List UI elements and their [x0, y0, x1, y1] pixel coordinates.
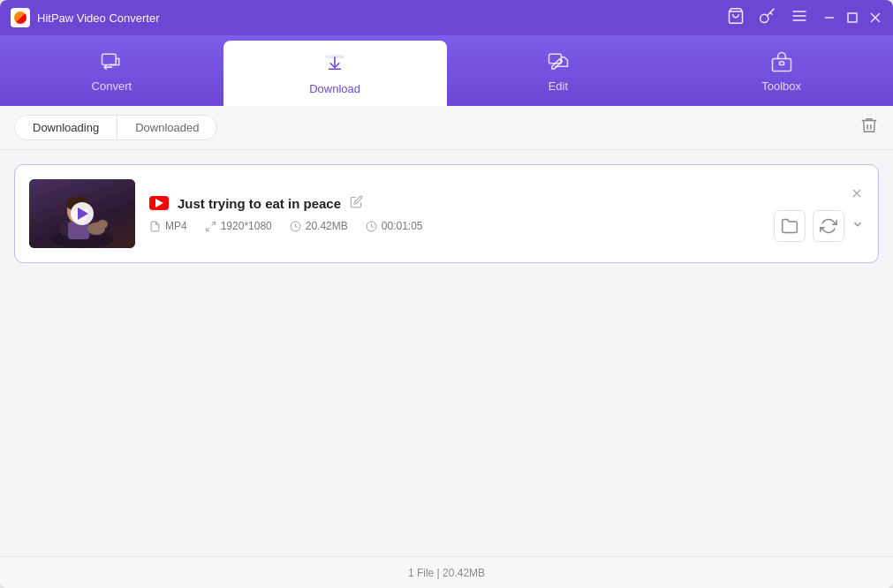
- app-logo: [11, 8, 30, 27]
- footer: 1 File | 20.42MB: [0, 556, 893, 588]
- convert-icon: [99, 49, 124, 74]
- filesize-icon: [290, 221, 301, 232]
- tab-toolbox[interactable]: Toolbox: [670, 35, 893, 106]
- file-icon: [149, 221, 161, 232]
- card-actions: [774, 186, 864, 242]
- app-logo-graphic: [14, 11, 26, 24]
- tab-download[interactable]: Download: [223, 41, 447, 106]
- play-triangle: [78, 207, 88, 220]
- youtube-play-icon: [155, 199, 163, 207]
- tab-toolbox-label: Toolbox: [761, 79, 801, 93]
- tab-convert-label: Convert: [92, 79, 132, 93]
- video-card: Just trying to eat in peace: [14, 164, 879, 263]
- play-button[interactable]: [71, 202, 94, 225]
- subtab-downloaded[interactable]: Downloaded: [117, 116, 216, 139]
- svg-rect-9: [102, 54, 117, 64]
- sub-tabs: Downloading Downloaded: [14, 115, 217, 140]
- tab-convert[interactable]: Convert: [0, 35, 223, 106]
- edit-icon: [546, 49, 571, 74]
- more-options-button[interactable]: [851, 218, 864, 233]
- maximize-button[interactable]: [845, 11, 859, 25]
- menu-icon[interactable]: [791, 7, 808, 28]
- subtab-downloading[interactable]: Downloading: [15, 116, 117, 139]
- title-bar-right: [727, 7, 882, 28]
- tab-edit[interactable]: Edit: [447, 35, 670, 106]
- video-title: Just trying to eat in peace: [178, 196, 341, 211]
- toolbox-icon: [769, 49, 794, 74]
- svg-rect-10: [326, 55, 344, 58]
- footer-stats: 1 File | 20.42MB: [408, 567, 485, 579]
- svg-point-1: [761, 14, 768, 22]
- meta-format: MP4: [149, 220, 187, 232]
- content-area: Just trying to eat in peace: [0, 150, 893, 556]
- svg-point-20: [97, 220, 108, 229]
- meta-duration: 00:01:05: [366, 220, 423, 232]
- resolution-icon: [205, 221, 216, 232]
- svg-line-22: [206, 227, 209, 230]
- video-info: Just trying to eat in peace: [149, 195, 760, 232]
- close-button[interactable]: [868, 11, 882, 25]
- youtube-icon: [149, 196, 169, 210]
- edit-title-icon[interactable]: [350, 195, 363, 211]
- svg-rect-13: [779, 62, 783, 65]
- video-resolution: 1920*1080: [221, 220, 272, 232]
- tab-edit-label: Edit: [549, 79, 568, 93]
- svg-rect-6: [848, 13, 857, 22]
- meta-filesize: 20.42MB: [290, 220, 348, 232]
- sub-tab-bar: Downloading Downloaded: [0, 106, 893, 150]
- nav-bar: Convert Download Edit: [0, 35, 893, 106]
- minimize-button[interactable]: [822, 11, 836, 25]
- app-window: HitPaw Video Converter: [0, 0, 893, 588]
- key-icon[interactable]: [759, 7, 776, 28]
- convert-button[interactable]: [813, 210, 844, 242]
- open-folder-button[interactable]: [774, 210, 806, 242]
- title-bar: HitPaw Video Converter: [0, 0, 893, 35]
- video-duration: 00:01:05: [382, 220, 423, 232]
- video-format: MP4: [165, 220, 187, 232]
- download-icon: [322, 52, 347, 77]
- close-card-button[interactable]: [850, 186, 864, 203]
- duration-icon: [366, 221, 377, 232]
- video-thumbnail[interactable]: [29, 179, 135, 248]
- app-name: HitPaw Video Converter: [37, 11, 160, 25]
- video-title-row: Just trying to eat in peace: [149, 195, 760, 211]
- video-filesize: 20.42MB: [306, 220, 348, 232]
- video-meta: MP4 1920*1080: [149, 220, 760, 232]
- action-row: [774, 210, 864, 242]
- window-controls: [822, 11, 882, 25]
- delete-all-button[interactable]: [859, 116, 879, 139]
- title-bar-left: HitPaw Video Converter: [11, 8, 160, 27]
- tab-download-label: Download: [309, 82, 360, 95]
- meta-resolution: 1920*1080: [205, 220, 272, 232]
- svg-line-21: [211, 222, 215, 225]
- cart-icon[interactable]: [727, 7, 745, 28]
